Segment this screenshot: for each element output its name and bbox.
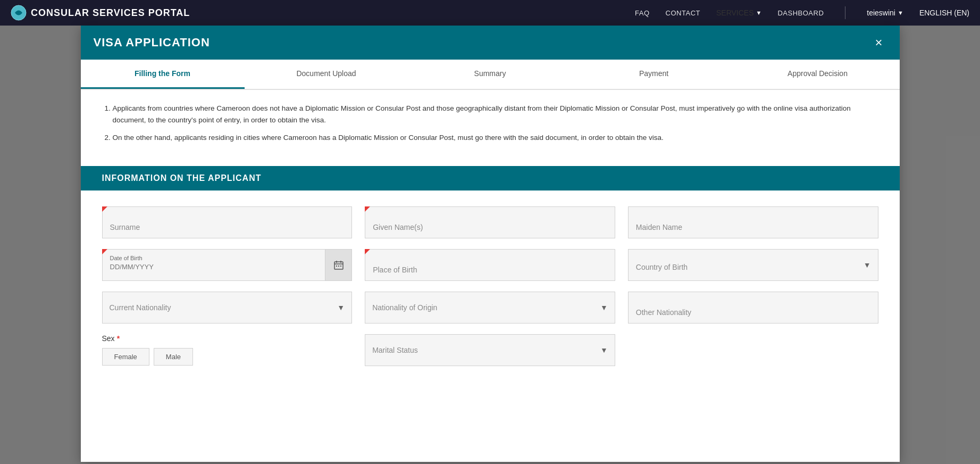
date-of-birth-group: Date of Birth [102, 249, 353, 281]
applicant-info-section-header: INFORMATION ON THE APPLICANT [81, 166, 900, 190]
marital-status-select-wrapper: ▼ [365, 334, 615, 366]
topbar: CONSULAR SERVICES PORTAL FAQ CONTACT SER… [0, 0, 980, 26]
nav-services[interactable]: SERVICES ▼ [716, 9, 761, 17]
notice-section: Applicants from countries where Cameroon… [81, 90, 900, 155]
modal-close-button[interactable]: × [870, 34, 886, 51]
sex-marital-row: Sex * Female Male ▼ Marital [102, 334, 878, 366]
nationality-of-origin-group: ▼ Nationality of Origin [365, 292, 615, 324]
logo: CONSULAR SERVICES PORTAL [11, 5, 635, 21]
user-dropdown-icon: ▼ [898, 10, 903, 16]
maiden-name-input[interactable] [628, 206, 878, 238]
svg-rect-7 [340, 266, 341, 267]
dob-label: Date of Birth [110, 255, 318, 261]
marital-status-select[interactable] [365, 334, 615, 366]
logo-icon [11, 5, 27, 21]
svg-rect-5 [336, 266, 337, 267]
user-menu[interactable]: teieswini ▼ [867, 9, 903, 17]
calendar-icon [333, 260, 344, 270]
nationality-of-origin-select-wrapper: ▼ [365, 292, 615, 324]
maiden-name-group [628, 206, 878, 238]
modal: VISA APPLICATION × Filling the Form Docu… [81, 26, 900, 462]
sex-female-button[interactable]: Female [102, 348, 149, 366]
topbar-nav: FAQ CONTACT SERVICES ▼ DASHBOARD teieswi… [635, 6, 969, 19]
current-nationality-select-wrapper: ▼ [102, 292, 353, 324]
step-approval[interactable]: Approval Decision [736, 60, 900, 89]
step-filling-form[interactable]: Filling the Form [81, 60, 245, 89]
nav-contact[interactable]: CONTACT [666, 9, 700, 17]
language-selector[interactable]: ENGLISH (EN) [919, 9, 969, 17]
date-input-inner: Date of Birth [103, 250, 325, 280]
notice-item-1: Applicants from countries where Cameroon… [113, 103, 878, 126]
given-names-group [365, 206, 615, 238]
nationality-of-origin-select[interactable] [365, 292, 615, 324]
calendar-button[interactable] [325, 250, 351, 280]
country-of-birth-select-wrapper: Country of Birth ▼ [628, 249, 878, 281]
other-nationality-input[interactable] [628, 292, 878, 324]
section-title: INFORMATION ON THE APPLICANT [102, 173, 878, 183]
given-names-required-indicator [365, 206, 370, 212]
notice-list: Applicants from countries where Cameroon… [102, 103, 878, 144]
form-area: Date of Birth [81, 190, 900, 382]
surname-required-indicator [102, 206, 107, 212]
surname-input[interactable] [102, 206, 353, 238]
sex-group: Sex * Female Male [102, 334, 353, 366]
surname-group [102, 206, 353, 238]
nav-faq[interactable]: FAQ [635, 9, 650, 17]
services-dropdown-icon: ▼ [756, 10, 762, 16]
topbar-divider [845, 6, 845, 19]
marital-status-group: ▼ Marital Status [365, 334, 615, 366]
place-of-birth-input[interactable] [365, 249, 615, 281]
modal-header: VISA APPLICATION × [81, 26, 900, 60]
sex-required-star: * [117, 334, 120, 343]
svg-rect-6 [338, 266, 339, 267]
dob-input[interactable] [110, 263, 318, 271]
sex-label-text: Sex [102, 334, 115, 343]
step-payment[interactable]: Payment [572, 60, 736, 89]
place-of-birth-group [365, 249, 615, 281]
birth-row: Date of Birth [102, 249, 878, 281]
name-row [102, 206, 878, 238]
country-of-birth-group: Country of Birth ▼ [628, 249, 878, 281]
country-of-birth-select[interactable]: Country of Birth [628, 249, 878, 281]
modal-title: VISA APPLICATION [94, 36, 210, 49]
notice-item-2: On the other hand, applicants residing i… [113, 132, 878, 144]
current-nationality-group: ▼ Current Nationality [102, 292, 353, 324]
date-input-wrapper: Date of Birth [102, 249, 353, 281]
other-nationality-group [628, 292, 878, 324]
step-summary[interactable]: Summary [408, 60, 572, 89]
nav-dashboard[interactable]: DASHBOARD [777, 9, 824, 17]
spacer-group [628, 334, 878, 366]
pob-required-indicator [365, 249, 370, 254]
sex-male-button[interactable]: Male [154, 348, 193, 366]
modal-overlay: VISA APPLICATION × Filling the Form Docu… [0, 26, 980, 464]
given-names-input[interactable] [365, 206, 615, 238]
sex-buttons: Female Male [102, 348, 353, 366]
current-nationality-select[interactable] [102, 292, 353, 324]
logo-text: CONSULAR SERVICES PORTAL [31, 7, 190, 19]
sex-label-wrapper: Sex * [102, 334, 353, 343]
step-document-upload[interactable]: Document Upload [245, 60, 408, 89]
steps-bar: Filling the Form Document Upload Summary… [81, 60, 900, 90]
nationality-row: ▼ Current Nationality ▼ Nationality of O… [102, 292, 878, 324]
